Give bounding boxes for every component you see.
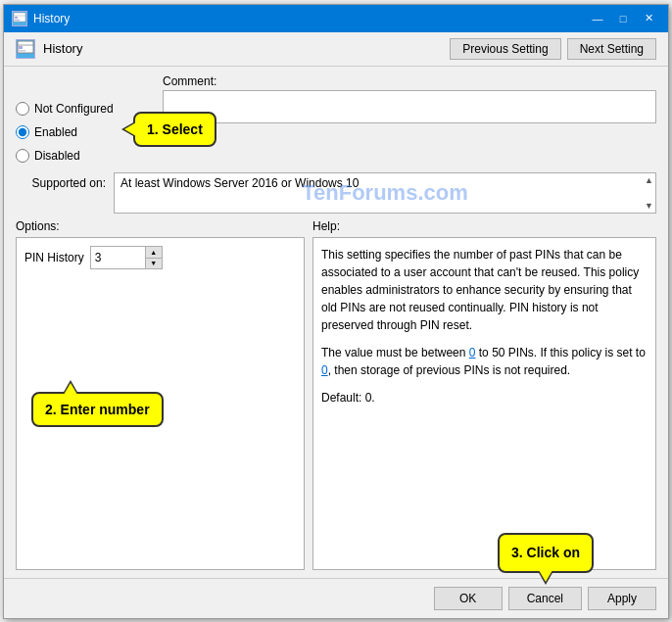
ok-button[interactable]: OK <box>434 587 503 610</box>
help-section: Help: This setting specifies the number … <box>312 219 656 570</box>
scroll-down-arrow[interactable]: ▼ <box>645 201 653 211</box>
comment-textarea[interactable] <box>163 90 656 123</box>
link-0[interactable]: 0 <box>469 346 476 359</box>
help-text-3: Default: 0. <box>321 389 648 407</box>
help-text-1: This setting specifies the number of pas… <box>321 246 648 334</box>
svg-rect-6 <box>19 46 23 49</box>
header-bar: History Previous Setting Next Setting <box>4 32 668 67</box>
not-configured-radio[interactable] <box>16 102 29 116</box>
spinner-up-button[interactable]: ▲ <box>146 247 162 258</box>
callout-3: 3. Click on <box>498 533 594 570</box>
help-box: This setting specifies the number of pas… <box>312 237 656 570</box>
disabled-label: Disabled <box>34 149 80 163</box>
header-title: History <box>43 41 442 56</box>
pin-history-input[interactable] <box>91 247 145 268</box>
options-section: Options: PIN History ▲ ▼ <box>16 219 305 570</box>
supported-box: At least Windows Server 2016 or Windows … <box>114 172 656 214</box>
help-text-2: The value must be between 0 to 50 PINs. … <box>321 344 648 379</box>
supported-label: Supported on: <box>16 172 114 190</box>
title-bar-buttons: — □ ✕ <box>586 9 660 28</box>
options-label: Options: <box>16 219 305 233</box>
window-icon <box>12 11 27 26</box>
cancel-button[interactable]: Cancel <box>508 587 582 610</box>
apply-button[interactable]: Apply <box>588 587 656 610</box>
spinner-down-button[interactable]: ▼ <box>146 258 162 268</box>
minimize-button[interactable]: — <box>586 9 609 28</box>
main-window: History — □ ✕ History Previous Setting N… <box>3 4 669 619</box>
scroll-up-arrow[interactable]: ▲ <box>645 175 653 185</box>
help-label: Help: <box>312 219 656 233</box>
pin-history-row: PIN History ▲ ▼ <box>24 246 296 269</box>
main-area: Not Configured Enabled Disabled 1. Selec… <box>4 67 668 578</box>
disabled-radio[interactable] <box>16 149 29 163</box>
window-title: History <box>33 12 586 25</box>
close-button[interactable]: ✕ <box>637 9 660 28</box>
options-help-row: Options: PIN History ▲ ▼ <box>16 219 656 570</box>
spinner-buttons: ▲ ▼ <box>145 247 162 268</box>
bottom-bar: OK Cancel Apply <box>4 578 668 618</box>
not-configured-label: Not Configured <box>34 102 114 116</box>
dialog-content: History Previous Setting Next Setting No… <box>4 32 668 618</box>
pin-history-spinner: ▲ ▼ <box>90 246 163 269</box>
previous-setting-button[interactable]: Previous Setting <box>450 38 560 60</box>
callout-2: 2. Enter number <box>31 392 164 427</box>
link-0-2[interactable]: 0 <box>321 363 328 377</box>
radio-comment-row: Not Configured Enabled Disabled 1. Selec… <box>16 74 656 167</box>
maximize-button[interactable]: □ <box>611 9 635 28</box>
pin-history-label: PIN History <box>24 251 84 264</box>
header-navigation: Previous Setting Next Setting <box>450 38 656 60</box>
title-bar: History — □ ✕ <box>4 5 668 32</box>
next-setting-button[interactable]: Next Setting <box>567 38 656 60</box>
options-box: PIN History ▲ ▼ 2. Enter numb <box>16 237 305 570</box>
supported-value: At least Windows Server 2016 or Windows … <box>120 176 359 190</box>
enabled-radio[interactable] <box>16 125 29 139</box>
radio-section: Not Configured Enabled Disabled 1. Selec… <box>16 98 163 167</box>
disabled-option[interactable]: Disabled <box>16 145 163 167</box>
svg-rect-2 <box>15 17 18 19</box>
enabled-label: Enabled <box>34 125 77 139</box>
supported-row: Supported on: At least Windows Server 20… <box>16 172 656 214</box>
comment-section: Comment: <box>163 74 656 123</box>
svg-rect-3 <box>15 20 20 21</box>
callout-1: 1. Select <box>133 112 216 147</box>
svg-rect-7 <box>19 50 25 52</box>
comment-label: Comment: <box>163 74 656 88</box>
header-icon <box>16 39 35 59</box>
